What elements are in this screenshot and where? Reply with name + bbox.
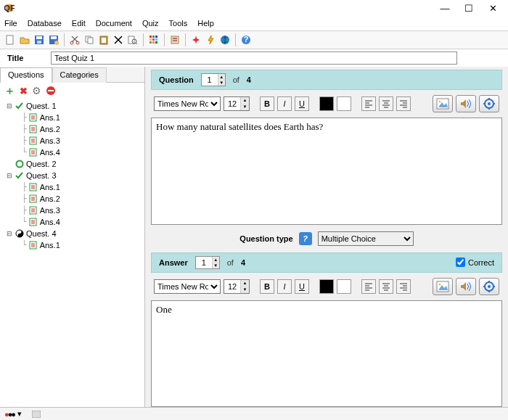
answer-index-stepper[interactable]: ▲▼ — [195, 256, 220, 269]
menu-file[interactable]: File — [4, 19, 17, 28]
gear-icon[interactable]: ⚙ — [32, 85, 41, 96]
tree-toggle[interactable]: ⊟ — [6, 170, 13, 181]
find-icon[interactable] — [127, 34, 139, 46]
menu-database[interactable]: Database — [28, 19, 62, 28]
answer-index-down[interactable]: ▼ — [212, 263, 219, 268]
question-size-input[interactable] — [224, 97, 240, 110]
answer-italic-button[interactable]: I — [277, 279, 292, 294]
tree-question[interactable]: ⊟Quest. 4 — [3, 228, 142, 239]
question-align-center[interactable] — [379, 96, 393, 111]
answer-index-input[interactable] — [196, 257, 212, 268]
answer-align-left[interactable] — [361, 279, 376, 294]
answer-image-button[interactable] — [433, 278, 453, 295]
question-forecolor[interactable] — [319, 96, 334, 111]
tree-answer[interactable]: └Ans.1 — [3, 239, 142, 251]
delete-icon[interactable] — [112, 34, 124, 46]
flash-icon[interactable] — [205, 34, 216, 46]
question-size-down[interactable]: ▼ — [240, 104, 249, 110]
question-font-select[interactable]: Times New Roman — [154, 96, 221, 111]
tree-answer[interactable]: ├Ans.3 — [3, 135, 142, 147]
menu-quiz[interactable]: Quiz — [142, 19, 159, 28]
svg-rect-26 — [155, 41, 157, 44]
tree-toggle[interactable]: ⊟ — [6, 100, 13, 112]
tree-toggle[interactable]: ⊟ — [6, 228, 13, 239]
cut-icon[interactable] — [69, 34, 81, 46]
answer-size-stepper[interactable]: ▲▼ — [224, 279, 250, 294]
svg-rect-34 — [48, 90, 54, 91]
add-icon[interactable]: ＋ — [4, 84, 15, 98]
tree-answer[interactable]: └Ans.4 — [3, 147, 142, 158]
question-index-input[interactable] — [202, 74, 218, 86]
minimize-button[interactable]: — — [434, 3, 456, 14]
run-icon[interactable] — [190, 34, 202, 46]
properties-icon[interactable] — [169, 34, 181, 46]
question-type-help-icon[interactable]: ? — [299, 232, 312, 245]
tree-answer[interactable]: └Ans.4 — [3, 216, 142, 228]
copy-icon[interactable] — [83, 34, 95, 46]
question-underline-button[interactable]: U — [295, 96, 309, 111]
question-backcolor[interactable] — [337, 96, 351, 111]
tree-answer[interactable]: ├Ans.3 — [3, 205, 142, 216]
question-tree[interactable]: ⊟Quest. 1├Ans.1├Ans.2├Ans.3└Ans.4Quest. … — [0, 99, 144, 407]
answer-font-select[interactable]: Times New Roman — [154, 279, 221, 294]
question-index-stepper[interactable]: ▲▼ — [201, 73, 226, 86]
globe-icon[interactable] — [219, 34, 231, 46]
tree-answer[interactable]: ├Ans.2 — [3, 123, 142, 135]
tab-questions[interactable]: Questions — [0, 67, 52, 83]
answer-index-up[interactable]: ▲ — [212, 257, 219, 263]
tree-answer[interactable]: ├Ans.1 — [3, 181, 142, 193]
answer-size-input[interactable] — [224, 280, 240, 293]
save-icon[interactable] — [33, 34, 45, 46]
answer-size-up[interactable]: ▲ — [240, 280, 249, 287]
status-dropdown-icon[interactable]: ▾ — [17, 409, 22, 419]
tab-categories[interactable]: Categories — [52, 67, 107, 83]
question-index-down[interactable]: ▼ — [218, 80, 225, 86]
menu-help[interactable]: Help — [197, 19, 214, 28]
question-type-select[interactable]: Multiple Choice — [318, 231, 414, 246]
question-size-up[interactable]: ▲ — [240, 97, 249, 104]
open-icon[interactable] — [19, 34, 30, 46]
question-align-left[interactable] — [361, 96, 376, 111]
answer-underline-button[interactable]: U — [295, 279, 309, 294]
answer-editor[interactable]: One — [151, 300, 502, 408]
menu-tools[interactable]: Tools — [169, 19, 188, 28]
question-size-stepper[interactable]: ▲▼ — [224, 96, 250, 111]
question-editor[interactable]: How many natural satellites does Earth h… — [151, 118, 502, 225]
maximize-button[interactable]: ☐ — [458, 3, 480, 14]
answer-align-center[interactable] — [379, 279, 393, 294]
answer-size-down[interactable]: ▼ — [240, 287, 249, 293]
answer-backcolor[interactable] — [337, 279, 351, 294]
question-image-button[interactable] — [433, 95, 453, 112]
menu-edit[interactable]: Edit — [72, 19, 86, 28]
paste-icon[interactable] — [98, 34, 110, 46]
answer-correct-row[interactable]: Correct — [456, 258, 494, 267]
question-bold-button[interactable]: B — [260, 96, 274, 111]
answer-forecolor[interactable] — [319, 279, 334, 294]
forbid-icon[interactable] — [46, 86, 56, 96]
tree-question[interactable]: ⊟Quest. 1 — [3, 100, 142, 112]
remove-icon[interactable]: ✖ — [20, 86, 28, 96]
question-align-right[interactable] — [396, 96, 411, 111]
new-icon[interactable] — [4, 34, 16, 46]
question-italic-button[interactable]: I — [277, 96, 292, 111]
tree-answer[interactable]: ├Ans.1 — [3, 112, 142, 123]
tree-answer[interactable]: ├Ans.2 — [3, 193, 142, 205]
save-as-icon[interactable] — [48, 34, 60, 46]
answer-settings-button[interactable] — [479, 278, 499, 295]
question-sound-button[interactable] — [456, 95, 476, 112]
tree-question[interactable]: Quest. 2 — [3, 158, 142, 170]
answer-align-right[interactable] — [396, 279, 411, 294]
question-index-up[interactable]: ▲ — [218, 74, 225, 80]
status-zoom-icon[interactable] — [32, 411, 41, 418]
close-button[interactable]: ✕ — [482, 3, 504, 14]
answer-correct-checkbox[interactable] — [456, 258, 465, 267]
help-icon[interactable]: ? — [240, 34, 252, 46]
menu-document[interactable]: Document — [96, 19, 132, 28]
tree-question[interactable]: ⊟Quest. 3 — [3, 170, 142, 181]
menubar: File Database Edit Document Quiz Tools H… — [0, 16, 508, 30]
grid-icon[interactable] — [148, 34, 160, 46]
answer-sound-button[interactable] — [456, 278, 476, 295]
title-input[interactable] — [51, 52, 457, 65]
answer-bold-button[interactable]: B — [260, 279, 274, 294]
question-settings-button[interactable] — [479, 95, 499, 112]
